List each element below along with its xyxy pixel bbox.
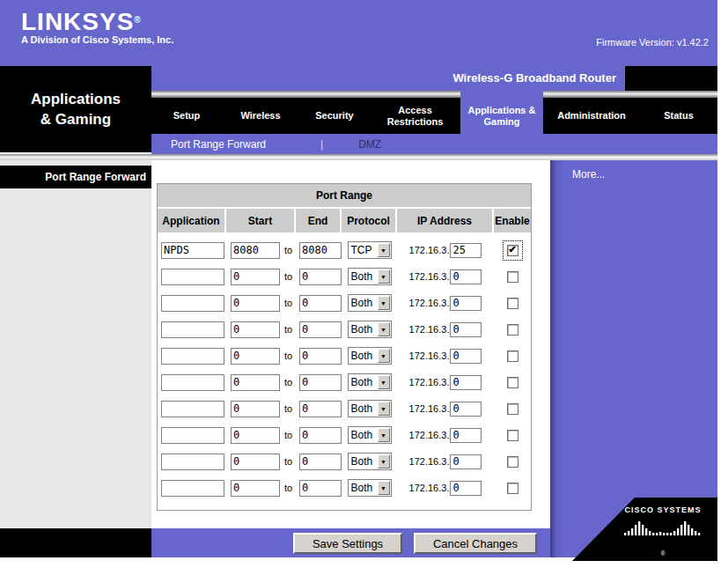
to-label: to	[284, 430, 292, 440]
ip-suffix-input[interactable]	[450, 269, 482, 284]
start-port-input[interactable]	[231, 427, 280, 444]
tab-applications-gaming[interactable]: Applications & Gaming	[460, 98, 543, 134]
protocol-select[interactable]: Both ▼	[348, 453, 392, 470]
end-port-input[interactable]	[299, 401, 342, 417]
application-input[interactable]	[161, 454, 224, 470]
protocol-selected-value: Both	[349, 455, 378, 468]
enable-checkbox[interactable]	[507, 324, 518, 336]
start-port-input[interactable]	[231, 348, 280, 365]
to-label: to	[284, 271, 292, 282]
ip-suffix-input[interactable]	[450, 296, 482, 311]
sidebar-section-label: Port Range Forward	[0, 166, 151, 188]
end-port-input[interactable]	[299, 480, 342, 497]
protocol-select[interactable]: TCP ▼	[348, 241, 392, 259]
application-input[interactable]	[161, 401, 224, 417]
ip-suffix-input[interactable]	[450, 428, 482, 443]
application-input[interactable]	[161, 348, 224, 365]
end-port-input[interactable]	[299, 454, 342, 470]
port-forward-row: to TCP ▼ 172.16.3. ✔	[158, 237, 531, 263]
save-settings-button[interactable]: Save Settings	[293, 533, 402, 554]
application-input[interactable]	[161, 427, 224, 444]
ip-suffix-input[interactable]	[450, 402, 482, 417]
end-port-input[interactable]	[299, 242, 342, 259]
start-port-input[interactable]	[231, 269, 280, 285]
application-input[interactable]	[161, 269, 224, 285]
application-input[interactable]	[161, 242, 224, 259]
start-port-input[interactable]	[231, 454, 280, 470]
protocol-select[interactable]: Both ▼	[348, 347, 392, 365]
protocol-cell: Both ▼	[342, 475, 397, 501]
protocol-select[interactable]: Both ▼	[348, 321, 392, 338]
protocol-cell: Both ▼	[342, 369, 397, 395]
start-port-cell: to	[226, 369, 296, 395]
ip-suffix-input[interactable]	[450, 375, 482, 390]
start-port-input[interactable]	[231, 242, 280, 259]
tab-security[interactable]: Security	[299, 98, 370, 134]
enable-checkbox[interactable]	[507, 350, 518, 362]
subnav-item-dmz[interactable]: DMZ	[358, 138, 381, 151]
enable-checkbox[interactable]: ✔	[507, 245, 518, 256]
enable-checkbox[interactable]	[507, 403, 518, 415]
ip-suffix-input[interactable]	[450, 481, 482, 496]
application-cell	[158, 395, 226, 422]
end-port-input[interactable]	[299, 269, 342, 285]
end-port-input[interactable]	[299, 374, 342, 391]
main-nav-tabs: SetupWirelessSecurityAccess Restrictions…	[151, 98, 717, 134]
tab-administration[interactable]: Administration	[543, 98, 640, 134]
tab-setup[interactable]: Setup	[151, 98, 222, 134]
ip-suffix-input[interactable]	[450, 349, 482, 364]
left-sidebar: Port Range Forward	[0, 160, 151, 528]
start-port-input[interactable]	[231, 321, 280, 338]
start-port-input[interactable]	[231, 401, 280, 417]
ip-suffix-input[interactable]	[450, 243, 482, 258]
ip-prefix-label: 172.16.3.	[409, 350, 450, 361]
end-port-cell	[296, 316, 342, 343]
application-input[interactable]	[161, 295, 224, 312]
enable-checkbox-wrap	[504, 321, 522, 339]
port-forward-row: to Both ▼ 172.16.3.	[158, 395, 531, 422]
protocol-selected-value: Both	[349, 323, 378, 336]
ip-suffix-input[interactable]	[450, 454, 482, 469]
sub-nav: Port Range Forward | DMZ	[151, 134, 717, 154]
tab-wireless[interactable]: Wireless	[222, 98, 299, 134]
protocol-select[interactable]: Both ▼	[348, 268, 392, 285]
header-content-divider	[0, 154, 717, 160]
enable-cell	[494, 448, 531, 475]
start-port-input[interactable]	[231, 480, 280, 497]
chevron-down-icon: ▼	[378, 296, 390, 310]
enable-cell	[494, 422, 531, 448]
start-port-input[interactable]	[231, 295, 280, 312]
tab-access-restrictions[interactable]: Access Restrictions	[370, 98, 460, 134]
application-input[interactable]	[161, 480, 224, 497]
enable-checkbox[interactable]	[507, 271, 518, 283]
enable-checkbox[interactable]	[507, 298, 518, 309]
start-port-cell: to	[226, 475, 296, 501]
application-input[interactable]	[161, 321, 224, 338]
enable-checkbox[interactable]	[507, 483, 518, 494]
application-cell	[158, 475, 226, 501]
enable-checkbox[interactable]	[507, 456, 518, 468]
subnav-item-port-range-forward[interactable]: Port Range Forward	[171, 138, 266, 151]
enable-checkbox[interactable]	[507, 430, 518, 441]
ip-suffix-input[interactable]	[450, 322, 482, 337]
protocol-select[interactable]: Both ▼	[348, 373, 392, 391]
end-port-input[interactable]	[299, 348, 342, 365]
end-port-cell	[296, 369, 342, 395]
protocol-select[interactable]: Both ▼	[348, 294, 392, 312]
enable-checkbox[interactable]	[507, 377, 518, 388]
more-link[interactable]: More...	[572, 168, 605, 181]
application-cell	[158, 290, 226, 316]
end-port-input[interactable]	[299, 427, 342, 444]
protocol-select[interactable]: Both ▼	[348, 479, 392, 497]
start-port-cell: to	[226, 316, 296, 343]
start-port-cell: to	[226, 263, 296, 290]
start-port-input[interactable]	[231, 374, 280, 391]
protocol-select[interactable]: Both ▼	[348, 426, 392, 444]
end-port-input[interactable]	[299, 321, 342, 338]
ip-prefix-label: 172.16.3.	[409, 245, 450, 255]
tab-status[interactable]: Status	[640, 98, 717, 134]
protocol-select[interactable]: Both ▼	[348, 400, 392, 417]
cancel-changes-button[interactable]: Cancel Changes	[414, 533, 537, 554]
end-port-input[interactable]	[299, 295, 342, 312]
application-input[interactable]	[161, 374, 224, 391]
